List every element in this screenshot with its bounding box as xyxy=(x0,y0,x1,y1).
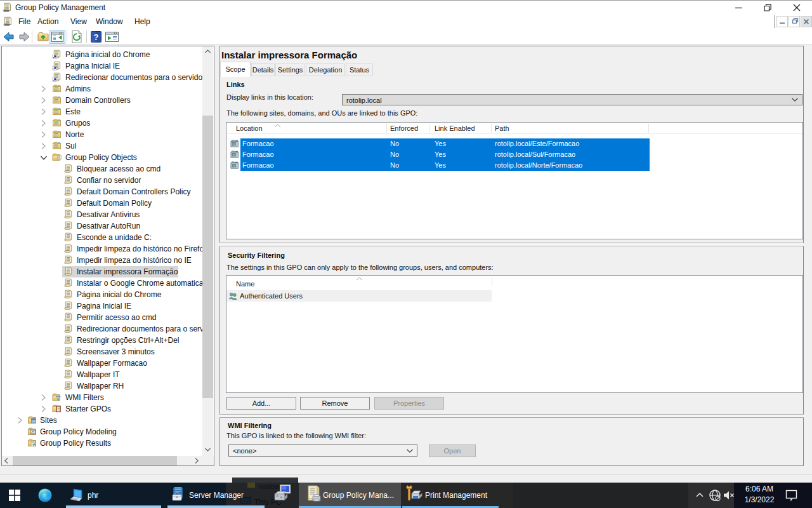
svg-text:?: ? xyxy=(94,32,99,42)
